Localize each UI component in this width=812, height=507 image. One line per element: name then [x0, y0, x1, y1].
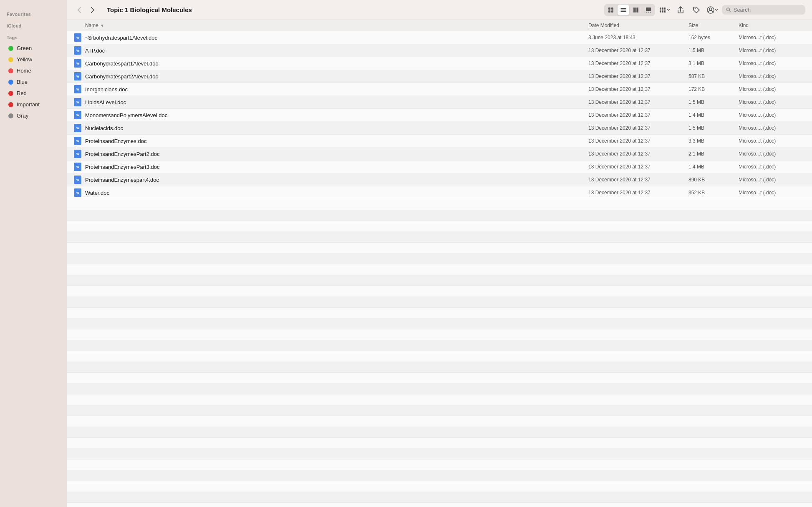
empty-row	[67, 384, 812, 394]
svg-rect-11	[646, 12, 647, 13]
table-row[interactable]: W MonomersandPolymersAlevel.doc 13 Decem…	[67, 109, 812, 122]
empty-row	[67, 362, 812, 373]
file-size: 3.3 MB	[688, 138, 739, 144]
file-name: Inorganicions.doc	[85, 86, 588, 93]
file-name: Nucleiacids.doc	[85, 125, 588, 131]
empty-row	[67, 319, 812, 329]
file-icon: W	[73, 176, 82, 184]
empty-row	[67, 481, 812, 492]
svg-rect-17	[662, 8, 663, 9]
table-row[interactable]: W Inorganicions.doc 13 December 2020 at …	[67, 83, 812, 96]
empty-row	[67, 286, 812, 297]
important-dot	[8, 102, 13, 107]
file-icon: W	[73, 163, 82, 171]
file-size: 890 KB	[688, 177, 739, 183]
file-name: Water.doc	[85, 190, 588, 196]
forward-button[interactable]	[87, 4, 98, 16]
grid-view-icon	[608, 7, 614, 13]
sidebar-item-green[interactable]: Green	[2, 43, 65, 53]
sidebar-item-label-red: Red	[17, 90, 27, 96]
empty-row	[67, 416, 812, 427]
file-date: 13 December 2020 at 12:37	[588, 164, 688, 170]
column-header-size[interactable]: Size	[688, 23, 739, 28]
main-content: Topic 1 Biological Molecules	[67, 0, 812, 507]
file-kind: Microsо...t (.doc)	[739, 138, 805, 144]
empty-row	[67, 394, 812, 405]
folder-title: Topic 1 Biological Molecules	[107, 6, 192, 13]
table-row[interactable]: W ProteinsandEnzymes.doc 13 December 202…	[67, 135, 812, 148]
table-row[interactable]: W ProteinsandEnzymesPart2.doc 13 Decembe…	[67, 148, 812, 161]
table-row[interactable]: W ProteinsandEnzymespart4.doc 13 Decembe…	[67, 173, 812, 186]
empty-row	[67, 254, 812, 264]
yellow-dot	[8, 57, 13, 62]
file-icon: W	[73, 188, 82, 197]
search-input[interactable]	[734, 7, 801, 13]
file-date: 13 December 2020 at 12:37	[588, 138, 688, 144]
column-header-kind[interactable]: Kind	[739, 23, 805, 28]
user-chevron-icon	[715, 9, 718, 11]
table-row[interactable]: W Carbohydratespart2Alevel.doc 13 Decemb…	[67, 70, 812, 83]
search-box[interactable]	[722, 5, 805, 15]
file-date: 13 December 2020 at 12:37	[588, 125, 688, 131]
file-icon: W	[73, 150, 82, 158]
user-icon	[707, 6, 714, 14]
table-row[interactable]: W Water.doc 13 December 2020 at 12:37 35…	[67, 186, 812, 199]
nav-buttons	[73, 4, 98, 16]
file-icon: W	[73, 46, 82, 55]
list-view-button[interactable]	[618, 5, 629, 15]
icloud-section-label: iCloud	[0, 20, 67, 30]
group-by-chevron-icon	[667, 9, 670, 11]
sidebar-item-important[interactable]: Important	[2, 100, 65, 109]
toolbar: Topic 1 Biological Molecules	[67, 0, 812, 20]
file-kind: Microsо...t (.doc)	[739, 48, 805, 53]
file-list-header: Name ▼ Date Modified Size Kind	[67, 20, 812, 31]
file-date: 3 June 2023 at 18:43	[588, 35, 688, 40]
tag-button[interactable]	[690, 4, 703, 16]
sidebar-item-blue[interactable]: Blue	[2, 77, 65, 87]
sidebar-item-yellow[interactable]: Yellow	[2, 55, 65, 64]
file-name: ProteinsandEnzymesPart3.doc	[85, 164, 588, 170]
svg-rect-19	[662, 11, 663, 13]
file-size: 1.5 MB	[688, 48, 739, 53]
file-name: ~$rbohydratespart1Alevel.doc	[85, 35, 588, 41]
icon-view-button[interactable]	[605, 5, 617, 15]
table-row[interactable]: W LipidsALevel.doc 13 December 2020 at 1…	[67, 96, 812, 109]
table-row[interactable]: W ATP.doc 13 December 2020 at 12:37 1.5 …	[67, 44, 812, 57]
empty-row	[67, 243, 812, 254]
sidebar-item-home[interactable]: Home	[2, 66, 65, 75]
empty-row	[67, 329, 812, 340]
svg-rect-7	[633, 8, 635, 13]
svg-rect-22	[664, 11, 666, 13]
file-name: ProteinsandEnzymesPart2.doc	[85, 151, 588, 157]
column-header-name[interactable]: Name ▼	[85, 23, 588, 28]
forward-icon	[91, 7, 95, 13]
file-icon: W	[73, 72, 82, 80]
gallery-view-button[interactable]	[643, 5, 654, 15]
home-dot	[8, 68, 13, 73]
back-button[interactable]	[73, 4, 85, 16]
svg-rect-3	[611, 10, 613, 13]
group-by-button[interactable]	[658, 4, 671, 16]
blue-dot	[8, 80, 13, 85]
table-row[interactable]: W Nucleiacids.doc 13 December 2020 at 12…	[67, 122, 812, 135]
empty-row	[67, 275, 812, 286]
table-row[interactable]: W ~$rbohydratespart1Alevel.doc 3 June 20…	[67, 31, 812, 44]
file-rows-container: W ~$rbohydratespart1Alevel.doc 3 June 20…	[67, 31, 812, 199]
file-date: 13 December 2020 at 12:37	[588, 48, 688, 53]
sidebar-item-red[interactable]: Red	[2, 88, 65, 98]
file-name: Carbohydratespart1Alevel.doc	[85, 60, 588, 67]
empty-row	[67, 308, 812, 319]
list-view-icon	[620, 7, 626, 13]
file-date: 13 December 2020 at 12:37	[588, 99, 688, 105]
file-kind: Microsо...t (.doc)	[739, 86, 805, 92]
file-icon: W	[73, 85, 82, 93]
user-button[interactable]	[706, 4, 719, 16]
file-icon: W	[73, 59, 82, 68]
empty-row	[67, 449, 812, 459]
sidebar-item-gray[interactable]: Gray	[2, 111, 65, 120]
column-header-date[interactable]: Date Modified	[588, 23, 688, 28]
table-row[interactable]: W Carbohydratespart1Alevel.doc 13 Decemb…	[67, 57, 812, 70]
share-button[interactable]	[674, 4, 687, 16]
column-view-button[interactable]	[630, 5, 642, 15]
table-row[interactable]: W ProteinsandEnzymesPart3.doc 13 Decembe…	[67, 161, 812, 173]
